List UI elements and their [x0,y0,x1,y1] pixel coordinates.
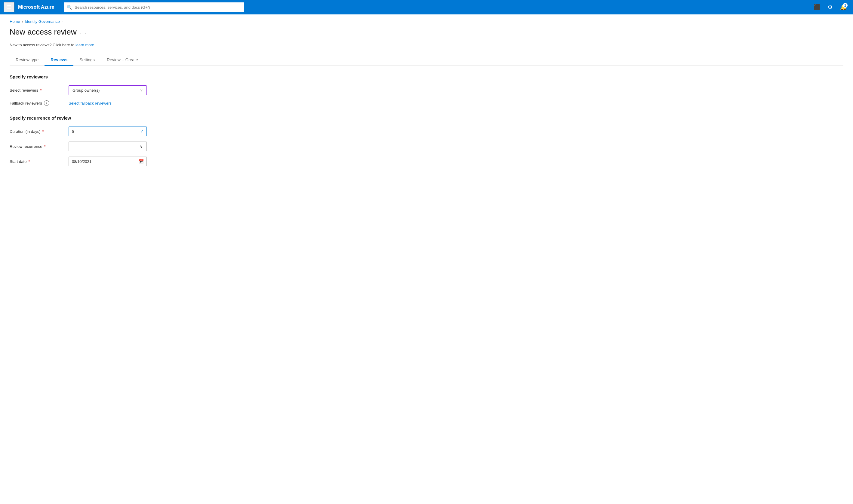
start-date-input-wrapper: 📅 [69,157,147,166]
start-date-label: Start date * [10,159,64,164]
fallback-reviewers-wrapper: Select fallback reviewers [69,101,147,106]
dropdown-chevron-icon: ∨ [140,88,143,92]
specify-reviewers-title: Specify reviewers [10,74,843,79]
topbar-actions: ⬛ ⚙ 🔔 2 [811,1,849,13]
breadcrumb-home[interactable]: Home [10,19,20,24]
fallback-info-icon[interactable]: i [44,101,49,106]
start-date-row: Start date * 📅 [10,157,843,166]
page-title-row: New access review ... [10,28,843,37]
more-options-button[interactable]: ... [80,29,87,35]
search-input[interactable] [64,2,244,12]
cloud-shell-icon: ⬛ [814,4,820,11]
recurrence-chevron-icon: ∨ [140,144,143,149]
review-recurrence-label: Review recurrence * [10,144,64,149]
breadcrumb: Home › Identity Governance › [10,19,843,24]
calendar-icon[interactable]: 📅 [139,159,144,164]
specify-recurrence-title: Specify recurrence of review [10,115,843,121]
tab-review-create[interactable]: Review + Create [101,54,144,66]
notifications-button[interactable]: 🔔 2 [837,1,849,13]
review-recurrence-wrapper: ∨ [69,142,147,151]
settings-icon: ⚙ [828,4,833,11]
notification-badge: 2 [843,3,848,8]
tab-review-type[interactable]: Review type [10,54,45,66]
breadcrumb-chevron-2: › [62,20,63,23]
breadcrumb-chevron-1: › [22,20,23,23]
page-title: New access review [10,28,77,37]
select-fallback-reviewers-link[interactable]: Select fallback reviewers [69,101,111,106]
tab-reviews[interactable]: Reviews [45,54,73,66]
duration-input-wrapper: ✓ [69,127,147,136]
select-reviewers-label: Select reviewers * [10,88,64,93]
select-reviewers-row: Select reviewers * Group owner(s) ∨ [10,85,843,95]
start-date-required: * [28,159,30,164]
topbar: ☰ Microsoft Azure 🔍 ⬛ ⚙ 🔔 2 [0,0,853,14]
tab-settings[interactable]: Settings [73,54,101,66]
select-reviewers-dropdown[interactable]: Group owner(s) ∨ [69,85,147,95]
info-text-prefix: New to access reviews? Click here to [10,43,75,47]
review-recurrence-required: * [44,144,46,149]
select-reviewers-value: Group owner(s) [72,88,100,93]
hamburger-icon: ☰ [6,4,12,10]
fallback-reviewers-label: Fallback reviewers i [10,101,64,106]
start-date-wrapper: 📅 [69,157,147,166]
hamburger-menu-button[interactable]: ☰ [4,2,14,12]
select-reviewers-required: * [40,88,41,93]
cloud-shell-button[interactable]: ⬛ [811,1,823,13]
check-icon: ✓ [140,129,144,134]
duration-row: Duration (in days) * ✓ [10,127,843,136]
info-text: New to access reviews? Click here to lea… [10,43,843,47]
search-icon: 🔍 [67,5,72,10]
start-date-input[interactable] [69,157,147,166]
duration-label: Duration (in days) * [10,129,64,134]
breadcrumb-identity-governance[interactable]: Identity Governance [25,19,59,24]
learn-more-link[interactable]: learn more. [75,43,95,47]
tabs-container: Review type Reviews Settings Review + Cr… [10,54,843,66]
review-recurrence-row: Review recurrence * ∨ [10,142,843,151]
main-content: Home › Identity Governance › New access … [0,14,853,176]
portal-settings-button[interactable]: ⚙ [824,1,836,13]
duration-input[interactable] [69,127,147,136]
duration-required: * [42,129,44,134]
brand-label: Microsoft Azure [18,4,54,10]
duration-wrapper: ✓ [69,127,147,136]
review-recurrence-dropdown[interactable]: ∨ [69,142,147,151]
select-reviewers-wrapper: Group owner(s) ∨ [69,85,147,95]
fallback-reviewers-row: Fallback reviewers i Select fallback rev… [10,101,843,106]
search-container: 🔍 [64,2,244,12]
